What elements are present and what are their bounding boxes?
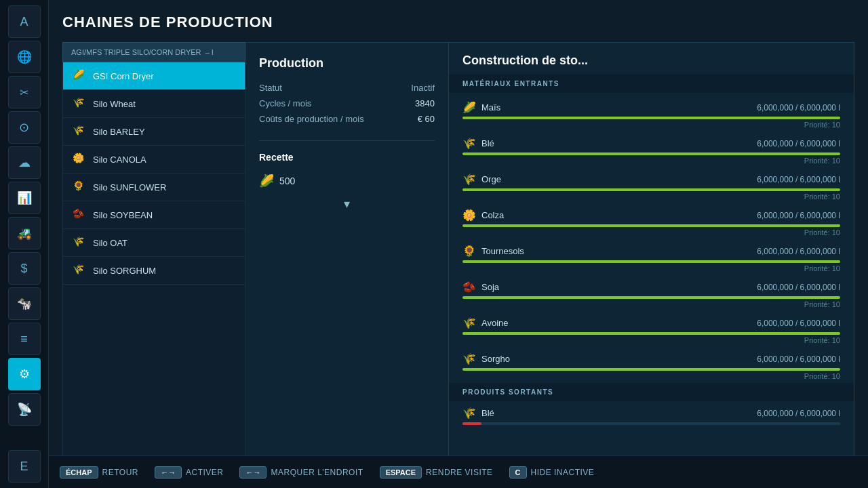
ble-product-name: Blé [481, 408, 751, 418]
sidebar-btn-wheel[interactable]: ⊙ [8, 111, 41, 144]
money-icon: $ [20, 262, 27, 276]
sidebar: A 🌐 ✂ ⊙ ☁ 📊 🚜 $ 🐄 ≡ ⚙ 📡 E [0, 0, 49, 488]
sunflower-icon: 🌻 [73, 180, 86, 194]
recipe-item: 🌽 500 [259, 174, 435, 188]
list-item-label: Silo Wheat [93, 99, 136, 109]
sidebar-btn-money[interactable]: $ [8, 252, 41, 285]
sorgho-priority: Priorité: 10 [462, 372, 840, 380]
colza-name: Colza [481, 210, 751, 220]
ble-amount: 6,000,000 / 6,000,000 l [757, 139, 840, 148]
weather-icon: ☁ [18, 155, 31, 170]
sidebar-btn-tools[interactable]: ✂ [8, 76, 41, 108]
marquer-key[interactable]: ←→ [239, 466, 267, 479]
activer-action: ACTIVER [186, 468, 224, 477]
list-item-silo-sunflower[interactable]: 🌻 Silo SUNFLOWER [63, 174, 245, 201]
key-visite: ESPACE RENDRE VISITE [380, 466, 493, 479]
ble-product-amount: 6,000,000 / 6,000,000 l [757, 409, 840, 418]
material-row-ble: 🌾 Blé 6,000,000 / 6,000,000 l Priorité: … [449, 131, 854, 167]
construction-title: Construction de sto... [449, 43, 854, 75]
cycles-value: 3840 [415, 98, 435, 108]
materiaux-header: MATÉRIAUX ENTRANTS [449, 75, 854, 93]
material-row-sorgho: 🌾 Sorgho 6,000,000 / 6,000,000 l Priorit… [449, 347, 854, 383]
visite-action: RENDRE VISITE [426, 468, 493, 477]
globe-icon: 🌐 [17, 49, 32, 64]
sorgho-icon: 🌾 [462, 352, 476, 365]
avoine-amount: 6,000,000 / 6,000,000 l [757, 319, 840, 328]
colza-amount: 6,000,000 / 6,000,000 l [757, 211, 840, 220]
sidebar-btn-globe[interactable]: 🌐 [8, 41, 41, 73]
sidebar-btn-weather[interactable]: ☁ [8, 146, 41, 179]
echap-key[interactable]: ÉCHAP [60, 466, 98, 479]
sorgho-amount: 6,000,000 / 6,000,000 l [757, 354, 840, 364]
cycles-label: Cycles / mois [259, 98, 311, 108]
list-item-silo-barley[interactable]: 🌾 Silo BARLEY [63, 118, 245, 146]
mais-icon: 🌽 [462, 101, 476, 114]
statut-label: Statut [259, 83, 282, 93]
list-item-label: Silo CANOLA [93, 155, 146, 165]
sidebar-btn-network[interactable]: 📡 [8, 393, 41, 426]
barley-icon: 🌾 [73, 125, 86, 138]
wheat-icon: 🌾 [73, 97, 86, 110]
recipe-icon: 🌽 [259, 174, 274, 188]
sidebar-btn-tractor[interactable]: 🚜 [8, 217, 41, 249]
recette-title: Recette [259, 152, 435, 163]
list-panel: AGI/MFS TRIPLE SILO/CORN DRYER – I 🌽 GSI… [62, 42, 245, 488]
tournesols-icon: 🌻 [462, 245, 476, 258]
mais-amount: 6,000,000 / 6,000,000 l [757, 103, 840, 113]
hide-key[interactable]: C [509, 466, 527, 479]
list-item-silo-canola[interactable]: 🌼 Silo CANOLA [63, 146, 245, 174]
material-row-orge: 🌾 Orge 6,000,000 / 6,000,000 l Priorité:… [449, 167, 854, 203]
key-echap: ÉCHAP RETOUR [60, 466, 138, 479]
sidebar-btn-a[interactable]: A [8, 5, 41, 38]
orge-name: Orge [481, 174, 751, 184]
corn-dryer-icon: 🌽 [73, 69, 86, 83]
list-item-label: Silo OAT [93, 238, 127, 248]
a-icon: A [20, 15, 28, 29]
material-row-mais: 🌽 Maïs 6,000,000 / 6,000,000 l Priorité:… [449, 96, 854, 131]
content-area: AGI/MFS TRIPLE SILO/CORN DRYER – I 🌽 GSI… [62, 42, 854, 488]
activer-key[interactable]: ←→ [155, 466, 182, 479]
list-item-label: Silo SUNFLOWER [93, 182, 166, 192]
sidebar-btn-production[interactable]: ⚙ [8, 358, 41, 390]
list-item-silo-soybean[interactable]: 🫘 Silo SOYBEAN [63, 201, 245, 229]
recipe-arrow-icon: ▾ [259, 197, 435, 211]
marquer-action: MARQUER L'ENDROIT [271, 468, 363, 477]
list-item-silo-sorghum[interactable]: 🌾 Silo SORGHUM [63, 257, 245, 285]
avoine-priority: Priorité: 10 [462, 336, 840, 344]
ble-product-icon: 🌾 [462, 407, 476, 420]
sorgho-name: Sorgho [481, 354, 751, 364]
sidebar-btn-e[interactable]: E [8, 450, 41, 483]
wheel-icon: ⊙ [19, 120, 29, 135]
mais-priority: Priorité: 10 [462, 121, 840, 129]
material-row-colza: 🌼 Colza 6,000,000 / 6,000,000 l Priorité… [449, 203, 854, 239]
key-activer: ←→ ACTIVER [155, 466, 224, 479]
tools-icon: ✂ [20, 86, 28, 99]
sidebar-btn-log[interactable]: ≡ [8, 323, 41, 355]
material-row-ble-product: 🌾 Blé 6,000,000 / 6,000,000 l [449, 401, 854, 429]
ble-name: Blé [481, 138, 751, 148]
material-row-avoine: 🌾 Avoine 6,000,000 / 6,000,000 l Priorit… [449, 311, 854, 347]
main-content: CHAINES DE PRODUCTION AGI/MFS TRIPLE SIL… [49, 0, 868, 488]
production-panel: Production Statut Inactif Cycles / mois … [245, 42, 449, 488]
list-item-silo-wheat[interactable]: 🌾 Silo Wheat [63, 90, 245, 118]
list-item-gsi-corn-dryer[interactable]: 🌽 GSI Corn Dryer [63, 62, 245, 90]
list-items: 🌽 GSI Corn Dryer 🌾 Silo Wheat 🌾 Silo BAR… [62, 62, 245, 488]
statut-value: Inactif [411, 83, 435, 93]
e-icon: E [20, 460, 28, 474]
ble-icon: 🌾 [462, 137, 476, 150]
bottom-bar: ÉCHAP RETOUR ←→ ACTIVER ←→ MARQUER L'END… [49, 455, 868, 488]
ble-priority: Priorité: 10 [462, 157, 840, 165]
couts-label: Coûts de production / mois [259, 114, 364, 124]
couts-row: Coûts de production / mois € 60 [259, 114, 435, 124]
recipe-amount: 500 [279, 176, 295, 186]
list-item-silo-oat[interactable]: 🌾 Silo OAT [63, 229, 245, 257]
sidebar-btn-animal[interactable]: 🐄 [8, 287, 41, 320]
hide-action: HIDE INACTIVE [531, 468, 595, 477]
key-hide: C HIDE INACTIVE [509, 466, 595, 479]
avoine-icon: 🌾 [462, 317, 476, 329]
visite-key[interactable]: ESPACE [380, 466, 422, 479]
material-row-tournesols: 🌻 Tournesols 6,000,000 / 6,000,000 l Pri… [449, 239, 854, 275]
tournesols-priority: Priorité: 10 [462, 264, 840, 272]
tournesols-amount: 6,000,000 / 6,000,000 l [757, 247, 840, 256]
sidebar-btn-stats[interactable]: 📊 [8, 182, 41, 214]
